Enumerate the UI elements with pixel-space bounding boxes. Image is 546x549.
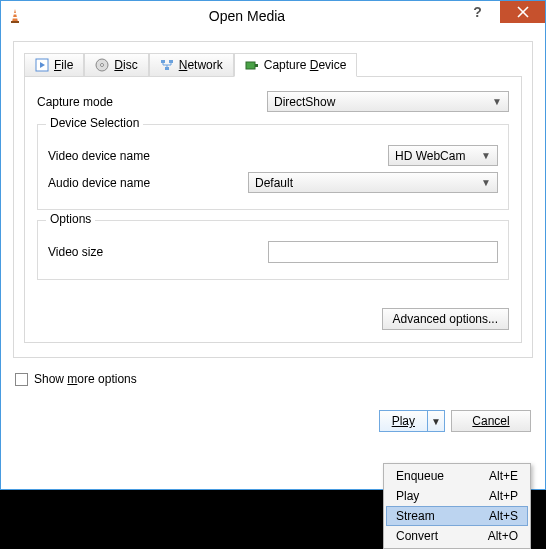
menu-stream-label: Stream [396,509,435,523]
file-icon [35,58,49,72]
video-size-input[interactable] [268,241,498,263]
menu-enqueue-label: Enqueue [396,469,444,483]
play-split-button[interactable]: Play ▼ [379,410,445,432]
menu-item-play[interactable]: Play Alt+P [386,486,528,506]
svg-rect-17 [246,62,255,69]
advanced-options-button[interactable]: Advanced options... [382,308,509,330]
title-buttons: ? [455,1,545,23]
capture-mode-row: Capture mode DirectShow ▼ [37,91,509,112]
tab-network[interactable]: Network [149,53,234,77]
cancel-button[interactable]: Cancel [451,410,531,432]
tab-network-rest: etwork [187,58,222,72]
show-more-row: Show more options [15,372,531,386]
device-selection-title: Device Selection [46,116,143,130]
vlc-cone-icon [7,8,23,24]
video-device-row: Video device name HD WebCam ▼ [48,145,498,166]
menu-item-enqueue[interactable]: Enqueue Alt+E [386,466,528,486]
audio-device-select[interactable]: Default ▼ [248,172,498,193]
tab-disc-rest: isc [123,58,138,72]
menu-convert-label: Convert [396,529,438,543]
options-title: Options [46,212,95,226]
video-device-label: Video device name [48,149,208,163]
menu-play-shortcut: Alt+P [489,489,518,503]
menu-enqueue-shortcut: Alt+E [489,469,518,483]
capture-icon [245,58,259,72]
tab-file[interactable]: File [24,53,84,77]
svg-marker-0 [12,9,18,22]
svg-rect-12 [165,67,169,70]
play-button-main[interactable]: Play [380,411,428,431]
tab-bar: File Disc Network [24,53,522,77]
menu-item-stream[interactable]: Stream Alt+S [386,506,528,526]
open-media-window: Open Media ? File Disc [0,0,546,490]
chevron-down-icon: ▼ [481,177,491,188]
network-icon [160,58,174,72]
svg-rect-18 [255,64,258,67]
show-more-checkbox[interactable] [15,373,28,386]
audio-device-value: Default [255,176,293,190]
content-area: File Disc Network [1,31,545,396]
audio-device-row: Audio device name Default ▼ [48,172,498,193]
chevron-down-icon: ▼ [481,150,491,161]
tab-capture-rest: evice [318,58,346,72]
audio-device-label: Audio device name [48,176,208,190]
disc-icon [95,58,109,72]
capture-mode-value: DirectShow [274,95,335,109]
options-group: Options Video size [37,220,509,280]
menu-convert-shortcut: Alt+O [488,529,518,543]
video-size-row: Video size [48,241,498,263]
tab-frame: File Disc Network [13,41,533,358]
tab-file-rest: ile [61,58,73,72]
menu-item-convert[interactable]: Convert Alt+O [386,526,528,546]
advanced-row: Advanced options... [37,308,509,330]
tab-disc-hotkey: D [114,58,123,72]
dialog-footer: Play ▼ Cancel [1,396,545,446]
menu-play-label: Play [396,489,419,503]
titlebar: Open Media ? [1,1,545,31]
video-device-value: HD WebCam [395,149,465,163]
tab-capture-pre: Capture [264,58,310,72]
svg-rect-2 [13,13,16,15]
play-button-dropdown[interactable]: ▼ [428,411,444,431]
tab-disc[interactable]: Disc [84,53,148,77]
capture-mode-label: Capture mode [37,95,267,109]
capture-pane: Capture mode DirectShow ▼ Device Selecti… [24,76,522,343]
play-dropdown-menu: Enqueue Alt+E Play Alt+P Stream Alt+S Co… [383,463,531,549]
svg-rect-1 [11,21,19,23]
chevron-down-icon: ▼ [492,96,502,107]
close-button[interactable] [500,1,545,23]
video-size-label: Video size [48,245,268,259]
device-selection-group: Device Selection Video device name HD We… [37,124,509,210]
svg-rect-11 [169,60,173,63]
tab-capture-device[interactable]: Capture Device [234,53,358,77]
help-button[interactable]: ? [455,1,500,23]
svg-rect-10 [161,60,165,63]
show-more-label[interactable]: Show more options [34,372,137,386]
video-device-select[interactable]: HD WebCam ▼ [388,145,498,166]
svg-rect-3 [13,17,18,19]
menu-stream-shortcut: Alt+S [489,509,518,523]
svg-point-9 [101,64,104,67]
capture-mode-select[interactable]: DirectShow ▼ [267,91,509,112]
